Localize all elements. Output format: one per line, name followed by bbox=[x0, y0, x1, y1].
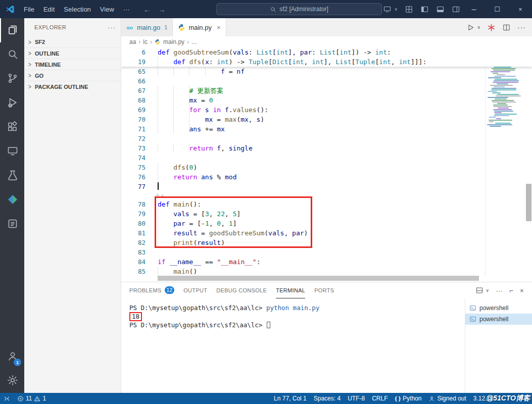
sidebar-section-outline[interactable]: >OUTLINE bbox=[24, 47, 121, 59]
tab-close-icon[interactable]: × bbox=[217, 24, 221, 31]
line-number[interactable]: 67 bbox=[121, 86, 146, 95]
terminal-list-item[interactable]: powershell bbox=[465, 302, 532, 314]
line-number[interactable]: 83 bbox=[121, 247, 146, 257]
horizontal-scrollbar[interactable] bbox=[158, 276, 475, 281]
code-line[interactable]: 75dfs(0) bbox=[121, 163, 532, 172]
code-line[interactable]: 76return ans % mod bbox=[121, 172, 532, 182]
line-number[interactable]: 79 bbox=[121, 209, 146, 219]
line-number[interactable]: 81 bbox=[121, 228, 146, 238]
code-line[interactable]: 69for s in f.values(): bbox=[121, 105, 532, 115]
breadcrumb-item[interactable]: main.py bbox=[163, 38, 184, 45]
chevron-down-icon[interactable]: ∨ bbox=[477, 25, 480, 30]
terminal-list-item[interactable]: powershell bbox=[465, 314, 532, 325]
activity-explorer[interactable] bbox=[0, 18, 24, 42]
activity-settings[interactable] bbox=[0, 369, 24, 393]
tab-problems[interactable]: PROBLEMS12 bbox=[129, 282, 174, 298]
menu-overflow[interactable]: ··· bbox=[119, 3, 134, 16]
code-line[interactable]: 65f = nf bbox=[121, 67, 532, 76]
code-line[interactable]: 6def goodSubtreeSum(vals: List[int], par… bbox=[121, 47, 532, 57]
toggle-sidebar-icon[interactable] bbox=[420, 5, 429, 14]
encoding[interactable]: UTF-8 bbox=[344, 393, 368, 404]
split-editor-icon[interactable] bbox=[502, 23, 511, 32]
code-line[interactable]: 19def dfs(x: int) -> Tuple[Dict[int, int… bbox=[121, 57, 532, 67]
eol-sequence[interactable]: CRLF bbox=[368, 393, 391, 404]
terminal-profile-icon[interactable] bbox=[475, 286, 483, 294]
toggle-panel-icon[interactable] bbox=[436, 5, 445, 14]
sidebar-section-sf2[interactable]: >SF2 bbox=[24, 36, 121, 47]
line-number[interactable]: 78 bbox=[121, 199, 146, 209]
activity-search[interactable] bbox=[0, 42, 24, 67]
code-line[interactable]: 71ans += mx bbox=[121, 124, 532, 134]
indentation[interactable]: Spaces: 4 bbox=[310, 393, 344, 404]
line-number[interactable]: 6 bbox=[121, 47, 146, 57]
activity-source-control[interactable] bbox=[0, 67, 24, 91]
tab-ports[interactable]: PORTS bbox=[314, 282, 334, 298]
menu-selection[interactable]: Selection bbox=[59, 3, 95, 16]
grid-layout-icon[interactable] bbox=[405, 5, 413, 14]
line-number[interactable]: 84 bbox=[121, 257, 146, 267]
code-line[interactable]: 73return f, single bbox=[121, 143, 532, 153]
more-actions-icon[interactable]: ··· bbox=[517, 23, 526, 31]
code-line[interactable]: 74 bbox=[121, 153, 532, 163]
line-number[interactable]: 19 bbox=[121, 57, 146, 67]
line-number[interactable]: 73 bbox=[121, 143, 146, 153]
close-button[interactable]: × bbox=[509, 0, 532, 18]
code-line[interactable]: 70mx = max(mx, s) bbox=[121, 115, 532, 124]
vertical-scrollbar[interactable] bbox=[525, 47, 532, 276]
code-line[interactable]: 66 bbox=[121, 76, 532, 86]
scrollbar-thumb[interactable] bbox=[158, 276, 479, 281]
activity-testing[interactable] bbox=[0, 164, 24, 188]
more-actions-icon[interactable]: ··· bbox=[496, 287, 503, 294]
line-number[interactable]: 71 bbox=[121, 124, 146, 134]
activity-extension-b[interactable] bbox=[0, 212, 24, 236]
activity-extensions[interactable] bbox=[0, 115, 24, 139]
sidebar-section-timeline[interactable]: >TIMELINE bbox=[24, 59, 121, 70]
menu-file[interactable]: File bbox=[19, 3, 39, 16]
breadcrumb-item[interactable]: aa bbox=[129, 38, 136, 45]
remote-monitor-icon[interactable] bbox=[383, 5, 392, 14]
problems-status[interactable]: 11 1 bbox=[14, 393, 50, 404]
minimap[interactable] bbox=[485, 47, 525, 276]
line-number[interactable]: 69 bbox=[121, 105, 146, 115]
chevron-down-icon[interactable]: ∨ bbox=[486, 288, 489, 293]
toggle-secondary-sidebar-icon[interactable] bbox=[452, 5, 460, 14]
account-status[interactable]: Signed out bbox=[425, 393, 469, 404]
tab-output[interactable]: OUTPUT bbox=[183, 282, 207, 298]
line-number[interactable]: 68 bbox=[121, 95, 146, 105]
activity-extension-a[interactable] bbox=[0, 188, 24, 212]
activity-accounts[interactable]: 1 bbox=[0, 344, 24, 369]
line-number[interactable]: 74 bbox=[121, 153, 146, 163]
close-panel-icon[interactable]: × bbox=[520, 287, 524, 294]
tab-terminal[interactable]: TERMINAL bbox=[276, 282, 305, 298]
nav-back-icon[interactable]: ← bbox=[143, 5, 151, 14]
code-editor[interactable]: 6def goodSubtreeSum(vals: List[int], par… bbox=[121, 47, 532, 282]
line-number[interactable]: 76 bbox=[121, 172, 146, 182]
line-number[interactable]: 70 bbox=[121, 115, 146, 124]
code-line[interactable]: 77 bbox=[121, 182, 532, 191]
terminal-output[interactable]: PS D:\mysetup\gopath\src\sf2\aa\lc> pyth… bbox=[121, 298, 465, 393]
breadcrumb-item[interactable]: lc bbox=[143, 38, 148, 45]
cursor-position[interactable]: Ln 77, Col 1 bbox=[270, 393, 310, 404]
tab-main-py[interactable]: main.py × bbox=[173, 18, 226, 36]
breadcrumb-item[interactable]: ... bbox=[191, 38, 197, 45]
code-line[interactable]: 68mx = 0 bbox=[121, 95, 532, 105]
line-number[interactable]: 77 bbox=[121, 182, 146, 191]
menu-view[interactable]: View bbox=[95, 3, 119, 16]
line-number[interactable]: 82 bbox=[121, 238, 146, 247]
line-number[interactable]: 85 bbox=[121, 267, 146, 276]
language-mode[interactable]: { }Python bbox=[391, 393, 425, 404]
code-line[interactable]: 72 bbox=[121, 134, 532, 143]
nav-forward-icon[interactable]: → bbox=[158, 5, 166, 14]
line-number[interactable]: 75 bbox=[121, 163, 146, 172]
line-number[interactable]: 72 bbox=[121, 134, 146, 143]
sidebar-more-button[interactable]: ··· bbox=[108, 24, 116, 31]
line-number[interactable]: 80 bbox=[121, 219, 146, 228]
scrollbar-thumb[interactable] bbox=[526, 184, 531, 221]
minimize-button[interactable]: ─ bbox=[462, 0, 486, 18]
tab-debug-console[interactable]: DEBUG CONSOLE bbox=[216, 282, 267, 298]
sidebar-section-go[interactable]: >GO bbox=[24, 70, 121, 81]
run-button[interactable] bbox=[466, 23, 475, 32]
activity-run-debug[interactable] bbox=[0, 91, 24, 115]
command-center-search[interactable]: sf2 [Administrator] bbox=[216, 3, 382, 15]
menu-edit[interactable]: Edit bbox=[39, 3, 59, 16]
